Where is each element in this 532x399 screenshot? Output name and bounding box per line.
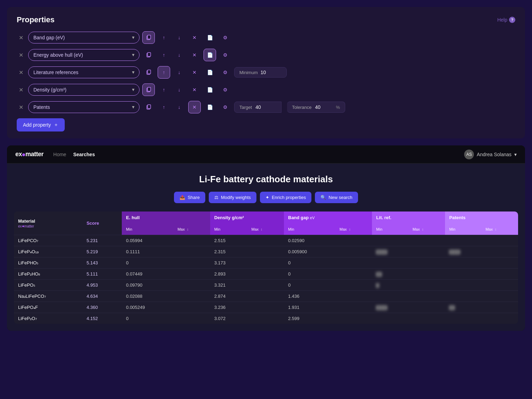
cell-ehull-0: 0.05994 (122, 235, 173, 246)
tolerance-input[interactable] (315, 104, 333, 110)
copy-icon-btn-density[interactable] (142, 83, 155, 96)
plus-icon: ＋ (54, 122, 58, 128)
main-content: Li-Fe battery cathode materials 📤 Share … (7, 163, 525, 331)
cell-density-max-0 (247, 235, 284, 246)
band-gap-select[interactable]: Band gap (eV) (28, 32, 140, 43)
sort-asc-icon-btn-patents[interactable]: ↑ (158, 101, 170, 113)
sort-desc-icon-btn-patents[interactable]: ↓ (173, 101, 185, 113)
cell-litref-max-4 (408, 280, 445, 291)
cell-patents-max-5 (481, 291, 518, 302)
cell-ehull-5: 0.02088 (122, 291, 173, 302)
enrich-properties-button[interactable]: ✦ Enrich properties (260, 192, 311, 203)
cell-score-3: 5.111 (82, 269, 122, 280)
cell-score-5: 4.634 (82, 291, 122, 302)
cell-ehull-7: 0 (122, 313, 173, 324)
cell-litref-5 (372, 291, 408, 302)
cell-density-max-5 (247, 291, 284, 302)
target-filter-group: Target (234, 102, 281, 113)
remove-energy-hull-button[interactable]: ✕ (17, 51, 25, 59)
target-input[interactable] (255, 104, 276, 110)
cell-ehull-4: 0.09790 (122, 280, 173, 291)
remove-lit-refs-button[interactable]: ✕ (17, 69, 25, 77)
file-icon-btn-patents[interactable]: 📄 (204, 101, 216, 113)
filter-icon-btn-litref[interactable]: ⚙ (219, 66, 231, 79)
sort-asc-icon-btn-ehull[interactable]: ↑ (158, 49, 170, 61)
copy-icon-btn-ehull[interactable] (142, 49, 155, 61)
material-label: Material (18, 218, 78, 224)
cross-icon-btn-ehull[interactable]: ✕ (188, 49, 201, 61)
cell-bandgap-max-2 (335, 257, 372, 269)
copy-icon-btn-patents[interactable] (142, 101, 155, 113)
cell-score-6: 4.360 (82, 302, 122, 313)
user-info[interactable]: AS Andrea Solanas ▾ (464, 150, 517, 159)
energy-hull-select[interactable]: Energy above hull (eV) (28, 49, 140, 61)
cell-ehull-1: 0.1111 (122, 246, 173, 257)
filter-icon-btn-bandgap[interactable]: ⚙ (219, 31, 231, 44)
file-icon-btn-density[interactable]: 📄 (204, 83, 216, 96)
cell-density-0: 2.515 (210, 235, 247, 246)
patents-select[interactable]: Patents (28, 101, 140, 113)
nav-home[interactable]: Home (53, 150, 66, 159)
cell-bandgap-3: 0 (284, 269, 335, 280)
energy-hull-select-wrapper: Energy above hull (eV) ▼ (28, 49, 140, 61)
table-row: LiFePHO₅ 5.143 0 3.173 0 (14, 257, 518, 269)
share-icon: 📤 (180, 195, 185, 200)
cell-litref-1: ████ (372, 246, 408, 257)
density-select[interactable]: Density (g/cm³) (28, 84, 140, 96)
patents-min-header: Min (445, 224, 481, 235)
action-buttons: 📤 Share ⚖ Modify weights ✦ Enrich proper… (14, 192, 518, 203)
copy-icon-btn-litref[interactable] (142, 66, 155, 79)
tolerance-filter-group: Tolerance % (287, 102, 345, 113)
cell-litref-6: ████ (372, 302, 408, 313)
filter-icon-btn-density[interactable]: ⚙ (219, 83, 231, 96)
cross-icon-btn-bandgap[interactable]: ✕ (188, 31, 201, 44)
sort-desc-icon-btn-litref[interactable]: ↓ (173, 66, 185, 79)
filter-icon-btn-patents[interactable]: ⚙ (219, 101, 231, 113)
nav-searches[interactable]: Searches (73, 150, 95, 159)
cell-ehull-3: 0.07449 (122, 269, 173, 280)
remove-band-gap-button[interactable]: ✕ (17, 34, 25, 42)
sort-desc-icon-btn-bandgap[interactable]: ↓ (173, 31, 185, 44)
add-property-button[interactable]: Add property ＋ (17, 118, 65, 131)
new-search-button[interactable]: 🔍 New search (315, 192, 358, 203)
sort-desc-icon-btn-ehull[interactable]: ↓ (173, 49, 185, 61)
cross-icon-btn-litref[interactable]: ✕ (188, 66, 201, 79)
cross-icon-btn-patents[interactable]: ✕ (188, 101, 201, 113)
cell-bandgap-max-5 (335, 291, 372, 302)
cell-patents-max-1 (481, 246, 518, 257)
copy-icon-btn-bandgap[interactable] (142, 31, 155, 44)
modify-weights-button[interactable]: ⚖ Modify weights (209, 192, 256, 203)
lit-refs-select[interactable]: Literature references (28, 66, 140, 78)
sort-desc-icon-btn-density[interactable]: ↓ (173, 83, 185, 96)
remove-patents-button[interactable]: ✕ (17, 103, 25, 111)
cell-bandgap-0: 0.02590 (284, 235, 335, 246)
cell-density-max-1 (247, 246, 284, 257)
cell-litref-max-2 (408, 257, 445, 269)
help-link[interactable]: Help ? (497, 17, 515, 23)
cell-bandgap-max-3 (335, 269, 372, 280)
cell-patents-0 (445, 235, 481, 246)
cell-litref-2 (372, 257, 408, 269)
file-icon-btn-bandgap[interactable]: 📄 (204, 31, 216, 44)
cross-icon-btn-density[interactable]: ✕ (188, 83, 201, 96)
properties-header: Properties Help ? (17, 15, 515, 24)
property-row-density: ✕ Density (g/cm³) ▼ ↑ ↓ ✕ 📄 ⚙ (17, 83, 515, 96)
sort-asc-icon-btn-bandgap[interactable]: ↑ (158, 31, 170, 44)
share-button[interactable]: 📤 Share (174, 192, 205, 203)
col-patents-header: Patents (445, 212, 518, 224)
svg-rect-3 (148, 53, 151, 56)
cell-litref-3: ██ (372, 269, 408, 280)
sort-asc-icon-btn-density[interactable]: ↑ (158, 83, 170, 96)
cell-patents-1: ████ (445, 246, 481, 257)
file-icon-btn-litref[interactable]: 📄 (204, 66, 216, 79)
cell-patents-2 (445, 257, 481, 269)
remove-density-button[interactable]: ✕ (17, 86, 25, 94)
minimum-input[interactable] (261, 70, 281, 75)
search-icon: 🔍 (320, 195, 326, 200)
filter-icon-btn-ehull[interactable]: ⚙ (219, 49, 231, 61)
file-icon-btn-ehull[interactable]: 📄 (204, 49, 216, 61)
navbar: exmatter Home Searches AS Andrea Solanas… (7, 145, 525, 163)
cell-density-1: 2.315 (210, 246, 247, 257)
density-min-header: Min (210, 224, 247, 235)
sort-asc-icon-btn-litref[interactable]: ↑ (158, 66, 170, 79)
